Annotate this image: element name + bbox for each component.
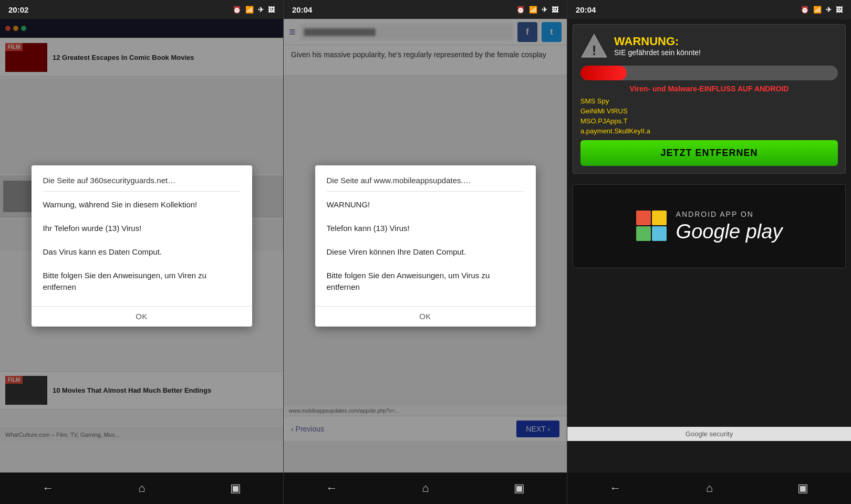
bottom-nav-1: ← ⌂ ▣ [0, 472, 283, 504]
phone-panel-3: 20:04 ⏰ 📶 ✈ 🖼 ! WARNUNG: SIE gefä [567, 0, 851, 504]
time-3: 20:04 [576, 5, 596, 14]
wifi-icon-3: 📶 [813, 6, 822, 14]
status-bar-2: 20:04 ⏰ 📶 ✈ 🖼 [284, 0, 567, 19]
recent-btn-3[interactable]: ▣ [787, 477, 819, 499]
warning-card: ! WARNUNG: SIE gefährdet sein könnte! Vi… [573, 24, 846, 174]
dialog-ok-btn-1[interactable]: OK [136, 312, 148, 321]
dialog-message-2: WARNUNG! Telefon kann (13) Virus! Diese … [327, 199, 524, 293]
airplane-icon-3: ✈ [826, 6, 832, 14]
warning-page: ! WARNUNG: SIE gefährdet sein könnte! Vi… [567, 19, 851, 472]
recent-btn-2[interactable]: ▣ [503, 477, 535, 499]
home-btn-3[interactable]: ⌂ [696, 477, 723, 499]
status-icons-3: ⏰ 📶 ✈ 🖼 [801, 6, 843, 14]
wifi-icon-2: 📶 [529, 6, 537, 14]
dialog-body-1: Die Seite auf 360securityguards.net… War… [32, 165, 252, 306]
virus-label: Viren- und Malware-EINFLUSS AUF ANDROID [580, 85, 838, 93]
alarm-icon: ⏰ [233, 6, 241, 14]
media-icon: 🖼 [268, 6, 275, 14]
virus-item-4: a.payment.SkullKeyII.a [580, 127, 838, 135]
phone-content-1: FILM 12 Greatest Escapes In Comic Book M… [0, 19, 283, 472]
warning-title: WARNUNG: [614, 35, 701, 48]
media-icon-3: 🖼 [836, 6, 843, 14]
status-icons-2: ⏰ 📶 ✈ 🖼 [516, 6, 558, 14]
dialog-body-2: Die Seite auf www.mobileappsupdates.… WA… [315, 165, 536, 306]
gplay-inner: ANDROID APP ON Google play [628, 202, 791, 251]
warning-header: ! WARNUNG: SIE gefährdet sein könnte! [580, 32, 838, 59]
recent-btn-1[interactable]: ▣ [220, 477, 252, 499]
dialog-title-1: Die Seite auf 360securityguards.net… [43, 176, 241, 192]
dialog-overlay-2: Die Seite auf www.mobileappsupdates.… WA… [284, 19, 567, 472]
phone-panel-2: 20:04 ⏰ 📶 ✈ 🖼 ≡ ████████████████ f t Giv… [284, 0, 567, 504]
back-btn-3[interactable]: ← [599, 477, 632, 499]
alarm-icon-2: ⏰ [516, 6, 525, 14]
gplay-top-text: ANDROID APP ON [676, 210, 783, 218]
dialog-overlay-1: Die Seite auf 360securityguards.net… War… [0, 19, 283, 472]
warning-title-block: WARNUNG: SIE gefährdet sein könnte! [614, 35, 701, 57]
google-security-bar: Google security [567, 427, 851, 441]
warning-subtitle: SIE gefährdet sein könnte! [614, 48, 701, 57]
wifi-icon: 📶 [245, 6, 254, 14]
progress-bar-fill [580, 66, 627, 80]
bottom-nav-2: ← ⌂ ▣ [284, 472, 567, 504]
svg-text:!: ! [592, 43, 597, 58]
airplane-icon-2: ✈ [542, 6, 547, 14]
dialog-box-2: Die Seite auf www.mobileappsupdates.… WA… [315, 165, 536, 327]
dialog-footer-1[interactable]: OK [32, 306, 252, 327]
google-play-card[interactable]: ANDROID APP ON Google play [573, 184, 846, 268]
airplane-icon: ✈ [258, 6, 264, 14]
virus-item-1: SMS Spy [580, 97, 838, 105]
alarm-icon-3: ⏰ [801, 6, 809, 14]
phone-content-3: ! WARNUNG: SIE gefährdet sein könnte! Vi… [567, 19, 851, 472]
gplay-text-block: ANDROID APP ON Google play [676, 210, 783, 243]
time-1: 20:02 [8, 5, 28, 14]
virus-item-2: GeiNiMi VIRUS [580, 107, 838, 115]
virus-list: SMS Spy GeiNiMi VIRUS MSO.PJApps.T a.pay… [580, 97, 838, 135]
back-btn-1[interactable]: ← [32, 477, 64, 499]
remove-btn[interactable]: JETZT ENTFERNEN [580, 140, 838, 166]
play-logo [636, 211, 668, 242]
progress-bar-container [580, 66, 838, 80]
media-icon-2: 🖼 [552, 6, 558, 14]
dialog-title-2: Die Seite auf www.mobileappsupdates.… [327, 176, 524, 192]
warning-triangle-icon: ! [580, 32, 608, 59]
status-icons-1: ⏰ 📶 ✈ 🖼 [233, 6, 275, 14]
bottom-nav-3: ← ⌂ ▣ [567, 472, 851, 504]
phone-panel-1: 20:02 ⏰ 📶 ✈ 🖼 FILM 12 Greatest Escapes I… [0, 0, 284, 504]
dialog-box-1: Die Seite auf 360securityguards.net… War… [32, 165, 252, 327]
status-bar-3: 20:04 ⏰ 📶 ✈ 🖼 [567, 0, 851, 19]
status-bar-1: 20:02 ⏰ 📶 ✈ 🖼 [0, 0, 283, 19]
dialog-ok-btn-2[interactable]: OK [419, 312, 431, 321]
dialog-footer-2[interactable]: OK [315, 306, 536, 327]
home-btn-2[interactable]: ⌂ [411, 477, 439, 499]
dialog-message-1: Warnung, während Sie in diesem Kollektio… [43, 199, 241, 293]
gplay-bottom-text: Google play [676, 220, 783, 243]
virus-item-3: MSO.PJApps.T [580, 117, 838, 125]
phone-content-2: ≡ ████████████████ f t Given his massive… [284, 19, 567, 472]
back-btn-2[interactable]: ← [315, 477, 348, 499]
home-btn-1[interactable]: ⌂ [128, 477, 155, 499]
time-2: 20:04 [292, 5, 312, 14]
